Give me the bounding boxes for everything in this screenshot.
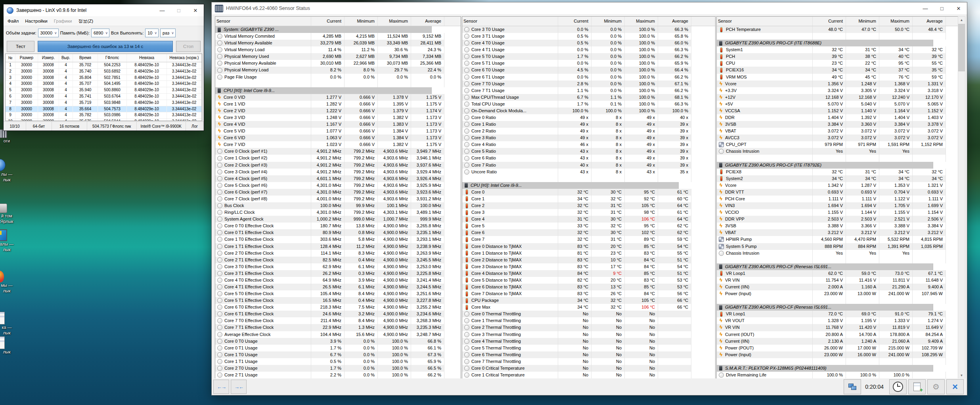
sensor-row[interactable]: PCH39 °C38 °C40 °C39 °C (717, 53, 959, 60)
sensor-row[interactable]: Core 732 °C31 °C89 °C59 °C (462, 236, 715, 243)
sensor-row[interactable]: Core 232 °C31 °C105 °C64 °C (462, 202, 715, 209)
sensor-row[interactable]: Core 4 Ratio46 x8 x49 x39 x (462, 141, 715, 148)
close-sensors-button[interactable]: × (946, 379, 964, 394)
sensor-row[interactable]: Core 3 T1 Effective Clock26.2 MHz0.3 MHz… (215, 270, 461, 277)
sensor-section-row[interactable]: CPU [#0]: Intel Core i9-9... (215, 87, 461, 94)
expand-columns-button[interactable]: ←→ (213, 380, 229, 394)
sensor-row[interactable]: Core 0 Thermal ThrottlingNoNoNo (462, 311, 715, 317)
desktop-shortcut[interactable]: лы —лык (0, 159, 36, 182)
sensor-row[interactable]: Core 032 °C30 °C95 °C61 °C (462, 189, 715, 196)
vertical-scrollbar[interactable]: ▲ ▼ (958, 16, 965, 379)
sensor-row[interactable]: Core 533 °C32 °C95 °C62 °C (462, 223, 715, 229)
scroll-thumb[interactable] (958, 24, 965, 71)
sensor-section-row[interactable]: GIGABYTE Z390 AORUS PRO-CF (ITE IT8792E) (717, 162, 959, 169)
sensor-row[interactable]: Core 2 Clock (perf #3)4,901.2 MHz799.2 M… (215, 162, 461, 169)
sensor-row[interactable]: Core 1 Clock (perf #2)4,901.2 MHz799.2 M… (215, 155, 461, 161)
desktop-shortcut[interactable]: лык (0, 336, 36, 355)
sensor-row[interactable]: ϟCore 4 VID1.167 V0.666 V1.383 V1.173 V (215, 121, 461, 128)
sensor-row[interactable]: Core 5 T0 Effective Clock105.4 MHz8.4 MH… (215, 290, 461, 297)
table-row[interactable]: 73000030008435.719503.98488.484029e-103.… (6, 100, 202, 106)
sensor-row[interactable]: Core 2 T1 Usage2.2 %0.0 %100.0 %66.2 % (215, 372, 461, 378)
table-row[interactable]: 53000030008435.940500.88608.484029e-103.… (6, 87, 202, 94)
table-row[interactable]: 33000030008435.804502.78518.484029e-103.… (6, 75, 202, 81)
sensor-row[interactable]: Core 1 T1 Effective Clock128.4 MHz11.2 M… (215, 243, 461, 250)
sensor-row[interactable]: Core 3 T1 Usage0.5 %0.0 %100.0 %65.8 % (462, 33, 715, 40)
sensor-row[interactable]: Core 1 Critical TemperatureNoNoNo (462, 372, 715, 378)
sensor-row[interactable]: Core 0 T0 Effective Clock180.7 MHz13.8 M… (215, 223, 461, 229)
sensor-row[interactable]: Core 6 Clock (perf #7)4,301.0 MHz799.2 M… (215, 189, 461, 196)
sensor-row[interactable]: ϟPower (POUT)26.000 W17.000 W215.000 W10… (717, 345, 959, 351)
sensor-row[interactable]: ϟVcore1.342 V1.287 V1.353 V1.321 V (717, 182, 959, 189)
sensor-row[interactable]: Core 6 Distance to TjMAX83 °C13 °C85 °C5… (462, 284, 715, 290)
close-button[interactable]: ✕ (950, 2, 967, 14)
sensor-row[interactable]: ϟCurrent (IIN)2.000 A1.160 A21.290 A9.40… (717, 284, 959, 290)
sensor-row[interactable]: Core 2 T1 Effective Clock82.5 MHz0.4 MHz… (215, 257, 461, 263)
sensor-row[interactable]: ϟPCH Core1.111 V1.111 V1.122 V1.111 V (717, 196, 959, 202)
sensor-row[interactable]: Core 7 Distance to TjMAX83 °C26 °C84 °C5… (462, 290, 715, 297)
sensor-row[interactable]: ϟ3VSB3.384 V3.360 V3.384 V3.378 V (717, 121, 959, 128)
sensor-row[interactable]: ϟ3VSB3.388 V3.366 V3.388 V3.384 V (717, 223, 959, 229)
sensor-row[interactable]: ϟAVCC33.072 V3.072 V3.072 V3.072 V (717, 134, 959, 141)
menu-item-정보(z)[interactable]: 정보(Z) (78, 18, 93, 24)
close-button[interactable]: ✕ (187, 4, 204, 16)
sensor-row[interactable]: Core 7 Thermal ThrottlingNoNoNo (462, 358, 715, 365)
sensor-row[interactable]: Core 2 Thermal ThrottlingNoNoNo (462, 324, 715, 331)
sensor-section-row[interactable]: S.M.A.R.T.: PLEXTOR PX-128M6S (P02448111… (717, 365, 959, 372)
desktop-shortcut[interactable]: алы —лык (0, 229, 36, 252)
desktop-shortcut[interactable]: ка —лык (0, 312, 36, 336)
sensor-row[interactable]: Core 7 T1 Usage1.1 %0.0 %100.0 %66.2 % (462, 87, 715, 94)
sensor-row[interactable]: CPU_OPT979 RPM971 RPM1,591 RPM1,152 RPM (717, 141, 959, 148)
sensor-row[interactable]: Core 4 Distance to TjMAX84 °C9 °C85 °C51… (462, 270, 715, 277)
sensor-row[interactable]: Core 5 Clock (perf #6)4,301.0 MHz799.2 M… (215, 182, 461, 189)
sensor-row[interactable]: PCH Temperature48.0 °C47.0 °C50.0 °C48.4… (717, 26, 959, 33)
sensor-row[interactable]: Core 332 °C31 °C98 °C61 °C (462, 209, 715, 216)
sensor-row[interactable]: Core 3 Clock (perf #4)4,901.2 MHz799.2 M… (215, 169, 461, 175)
sensor-row[interactable]: Core 2 T0 Usage1.7 %0.0 %100.0 %66.5 % (215, 365, 461, 372)
sensor-row[interactable]: HPWR Pump4,560 RPM4,470 RPM5,532 RPM4,81… (717, 236, 959, 243)
maximize-button[interactable]: □ (934, 2, 950, 14)
remote-monitoring-button[interactable] (844, 379, 861, 394)
sensor-row[interactable]: Core 5 T0 Usage1.7 %0.0 %100.0 %66.2 % (462, 53, 715, 60)
scroll-down-icon[interactable]: ▼ (958, 372, 965, 379)
sensor-row[interactable]: Core 0 Critical TemperatureNoNoNo (462, 365, 715, 372)
sensor-row[interactable]: VRM MOS49 °C45 °C76 °C59 °C (717, 74, 959, 81)
test-button[interactable]: Тест (7, 41, 34, 52)
sensor-row[interactable]: Core Max34 °C32 °C106 °C66 °C (462, 304, 715, 311)
sensor-row[interactable]: Core 6 Thermal ThrottlingNoNoNo (462, 351, 715, 358)
sensor-row[interactable]: Core 1 T1 Usage0.5 %0.0 %100.0 %65.9 % (215, 358, 461, 365)
sensor-row[interactable]: Core 3 Thermal ThrottlingNoNoNo (462, 331, 715, 338)
sensor-row[interactable]: Core 0 Clock (perf #1)4,901.2 MHz799.2 M… (215, 148, 461, 155)
sensor-row[interactable]: Core 2 T0 Effective Clock114.1 MHz8.3 MH… (215, 250, 461, 257)
sensor-row[interactable]: ϟCurrent (IOUT)20.800 A14.700 A178.800 A… (717, 331, 959, 338)
sensor-row[interactable]: ϟCore 1 VID1.282 V0.666 V1.395 V1.175 V (215, 101, 461, 107)
sensor-row[interactable]: Chassis IntrusionYesYesYes (717, 148, 959, 155)
sensor-row[interactable]: ϟPower (Input)23.000 W13.000 W241.000 W1… (717, 290, 959, 297)
sensor-row[interactable]: CPU Package34 °C32 °C105 °C66 °C (462, 297, 715, 304)
sensor-row[interactable]: ϟVCCIO1.155 V1.144 V1.155 V1.154 V (717, 209, 959, 216)
sensor-row[interactable]: ϟ+3.3V3.324 V3.305 V3.324 V3.318 V (717, 87, 959, 94)
sensor-row[interactable]: Core 2 Distance to TjMAX83 °C10 °C84 °C5… (462, 257, 715, 263)
sensor-row[interactable]: Physical Memory Used2,690 MB2,627 MB9,73… (215, 53, 461, 60)
sensor-row[interactable]: Core 4 T0 Usage0.5 %0.0 %100.0 %66.0 % (462, 40, 715, 46)
sensor-row[interactable]: VR Loop162.0 °C59.0 °C73.0 °C67.1 °C (717, 270, 959, 277)
sensor-row[interactable]: Core 3 T0 Effective Clock62.9 MHz6.1 MHz… (215, 263, 461, 270)
sensor-row[interactable]: Core 6 T0 Usage4.5 %0.0 %100.0 %66.4 % (462, 67, 715, 73)
menu-item-графики[interactable]: Графики (54, 19, 72, 23)
sensor-row[interactable]: Core 2 Ratio49 x8 x49 x39 x (462, 128, 715, 134)
table-row[interactable]: 63000030008435.741503.67648.484029e-103.… (6, 94, 202, 100)
sensor-row[interactable]: Core 1 Ratio49 x8 x49 x39 x (462, 121, 715, 128)
sensor-row[interactable]: ϟVR VIN11.754 V11.416 V11.811 V11.648 V (717, 277, 959, 284)
sensor-row[interactable]: System 5 Pump888 RPM884 RPM1,391 RPM1,03… (717, 243, 959, 250)
sensor-row[interactable]: Core 3 T0 Usage0.0 %0.0 %100.0 %66.3 % (462, 26, 715, 33)
sensor-row[interactable]: Core 632 °C30 °C102 °C62 °C (462, 229, 715, 236)
sensor-row[interactable]: Virtual Memory Commited4,285 MB4,215 MB1… (215, 33, 461, 40)
sensor-row[interactable]: Ring/LLC Clock4,301.0 MHz799.2 MHz4,303.… (215, 209, 461, 216)
sensor-row[interactable]: Core 6 T1 Effective Clock24.6 MHz3.2 MHz… (215, 311, 461, 317)
sensor-row[interactable]: ϟVR VIN11.768 V11.420 V11.819 V11.649 V (717, 324, 959, 331)
sensor-row[interactable]: Core 134 °C32 °C92 °C60 °C (462, 196, 715, 202)
sensor-row[interactable]: Core 7 Clock (perf #8)4,001.0 MHz799.2 M… (215, 196, 461, 202)
sensor-row[interactable]: ϟVR VOUT1.328 V1.195 V1.333 V1.274 V (717, 317, 959, 324)
sensor-row[interactable]: ϟ+5V5.070 V5.040 V5.070 V5.065 V (717, 101, 959, 107)
sensor-row[interactable]: Physical Memory Load8.2 %8.0 %29.7 %22.4… (215, 67, 461, 73)
sensor-row[interactable]: ϟDDR1.404 V1.392 V1.404 V1.403 V (717, 114, 959, 121)
